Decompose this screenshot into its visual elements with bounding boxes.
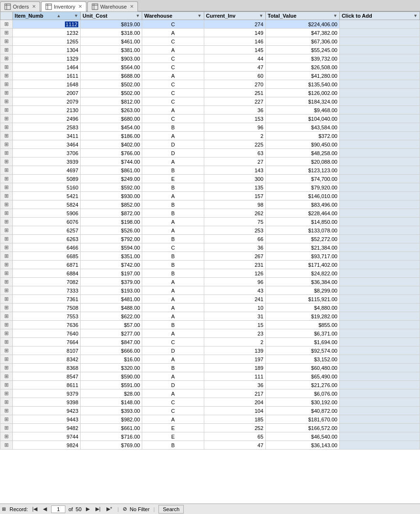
current-inv-cell[interactable]: 274 (204, 20, 265, 29)
current-inv-cell[interactable]: 43 (204, 286, 265, 295)
expand-cell[interactable]: ⊞ (0, 175, 13, 183)
unit-cost-cell[interactable]: $488.00 (81, 304, 142, 312)
table-row[interactable]: ⊞2007$502.00C251$126,002.00 (0, 89, 420, 97)
click-to-add-cell[interactable] (339, 29, 420, 37)
click-to-add-cell[interactable] (339, 183, 420, 192)
current-inv-cell[interactable]: 270 (204, 80, 265, 89)
nav-prev-button[interactable]: ◀ (42, 505, 48, 513)
total-value-cell[interactable]: $24,822.00 (265, 269, 339, 278)
th-item-numb[interactable]: Item_Numb ▲ ▼ (12, 12, 80, 20)
dropdown-icon-warehouse[interactable]: ▼ (198, 13, 202, 18)
item-numb-cell[interactable]: 8547 (12, 372, 80, 381)
expand-cell[interactable]: ⊞ (0, 278, 13, 286)
warehouse-cell[interactable]: E (142, 424, 204, 432)
click-to-add-cell[interactable] (339, 132, 420, 140)
current-inv-cell[interactable]: 36 (204, 381, 265, 389)
unit-cost-cell[interactable]: $57.00 (81, 321, 142, 329)
expand-cell[interactable]: ⊞ (0, 261, 13, 269)
click-to-add-cell[interactable] (339, 175, 420, 183)
table-row[interactable]: ⊞6466$594.00C36$21,384.00 (0, 243, 420, 252)
total-value-cell[interactable]: $171,402.00 (265, 261, 339, 269)
nav-new-button[interactable]: ▶* (105, 505, 114, 513)
item-numb-cell[interactable]: 7664 (12, 338, 80, 346)
click-to-add-cell[interactable] (339, 226, 420, 235)
total-value-cell[interactable]: $166,572.00 (265, 424, 339, 432)
warehouse-cell[interactable]: A (142, 278, 204, 286)
total-value-cell[interactable]: $79,920.00 (265, 183, 339, 192)
unit-cost-cell[interactable]: $393.00 (81, 407, 142, 415)
warehouse-cell[interactable]: D (142, 381, 204, 389)
table-row[interactable]: ⊞7664$847.00C2$1,694.00 (0, 338, 420, 346)
table-row[interactable]: ⊞6884$197.00B126$24,822.00 (0, 269, 420, 278)
expand-cell[interactable]: ⊞ (0, 183, 13, 192)
table-row[interactable]: ⊞9423$393.00C104$40,872.00 (0, 407, 420, 415)
expand-cell[interactable]: ⊞ (0, 97, 13, 106)
current-inv-cell[interactable]: 96 (204, 123, 265, 132)
click-to-add-cell[interactable] (339, 312, 420, 321)
item-numb-cell[interactable]: 6076 (12, 218, 80, 226)
unit-cost-cell[interactable]: $872.00 (81, 209, 142, 218)
unit-cost-cell[interactable]: $402.00 (81, 140, 142, 149)
expand-cell[interactable]: ⊞ (0, 80, 13, 89)
warehouse-cell[interactable]: D (142, 149, 204, 157)
table-row[interactable]: ⊞8611$591.00D36$21,276.00 (0, 381, 420, 389)
item-numb-cell[interactable]: 2079 (12, 97, 80, 106)
expand-cell[interactable]: ⊞ (0, 432, 13, 441)
total-value-cell[interactable]: $228,464.00 (265, 209, 339, 218)
current-inv-cell[interactable]: 31 (204, 312, 265, 321)
unit-cost-cell[interactable]: $930.00 (81, 192, 142, 200)
expand-cell[interactable]: ⊞ (0, 226, 13, 235)
warehouse-cell[interactable]: C (142, 54, 204, 63)
total-value-cell[interactable]: $26,508.00 (265, 63, 339, 72)
table-row[interactable]: ⊞3411$186.00A2$372.00 (0, 132, 420, 140)
click-to-add-cell[interactable] (339, 20, 420, 29)
item-numb-cell[interactable]: 7333 (12, 286, 80, 295)
table-row[interactable]: ⊞6263$792.00B66$52,272.00 (0, 235, 420, 243)
th-warehouse[interactable]: Warehouse ▼ (142, 12, 204, 20)
total-value-cell[interactable]: $65,490.00 (265, 372, 339, 381)
warehouse-cell[interactable]: A (142, 329, 204, 338)
current-inv-cell[interactable]: 251 (204, 89, 265, 97)
warehouse-cell[interactable]: B (142, 364, 204, 372)
warehouse-cell[interactable]: A (142, 157, 204, 166)
item-numb-cell[interactable]: 9744 (12, 432, 80, 441)
item-numb-cell[interactable]: 3939 (12, 157, 80, 166)
unit-cost-cell[interactable]: $263.00 (81, 106, 142, 115)
expand-cell[interactable]: ⊞ (0, 321, 13, 329)
unit-cost-cell[interactable]: $277.00 (81, 329, 142, 338)
unit-cost-cell[interactable]: $379.00 (81, 278, 142, 286)
expand-cell[interactable]: ⊞ (0, 441, 13, 450)
unit-cost-cell[interactable]: $769.00 (81, 441, 142, 450)
click-to-add-cell[interactable] (339, 243, 420, 252)
item-numb-cell[interactable]: 8368 (12, 364, 80, 372)
tab-warehouse[interactable]: Warehouse ✕ (87, 1, 138, 11)
expand-cell[interactable]: ⊞ (0, 338, 13, 346)
warehouse-cell[interactable]: B (142, 209, 204, 218)
expand-cell[interactable]: ⊞ (0, 389, 13, 398)
tab-inventory-close[interactable]: ✕ (78, 4, 82, 9)
expand-cell[interactable]: ⊞ (0, 355, 13, 364)
click-to-add-cell[interactable] (339, 381, 420, 389)
click-to-add-cell[interactable] (339, 140, 420, 149)
click-to-add-cell[interactable] (339, 166, 420, 175)
unit-cost-cell[interactable]: $661.00 (81, 424, 142, 432)
table-row[interactable]: ⊞8107$666.00D139$92,574.00 (0, 346, 420, 355)
th-current-inv[interactable]: Current_Inv ▼ (204, 12, 265, 20)
warehouse-cell[interactable]: A (142, 389, 204, 398)
current-inv-cell[interactable]: 66 (204, 235, 265, 243)
warehouse-cell[interactable]: B (142, 261, 204, 269)
expand-cell[interactable]: ⊞ (0, 192, 13, 200)
current-inv-cell[interactable]: 252 (204, 424, 265, 432)
table-row[interactable]: ⊞5160$592.00B135$79,920.00 (0, 183, 420, 192)
current-inv-cell[interactable]: 231 (204, 261, 265, 269)
current-inv-cell[interactable]: 10 (204, 304, 265, 312)
total-value-cell[interactable]: $36,384.00 (265, 278, 339, 286)
warehouse-cell[interactable]: C (142, 407, 204, 415)
total-value-cell[interactable]: $146,010.00 (265, 192, 339, 200)
item-numb-cell[interactable]: 1265 (12, 37, 80, 46)
unit-cost-cell[interactable]: $197.00 (81, 269, 142, 278)
th-click-to-add[interactable]: Click to Add ▼ (339, 12, 420, 20)
item-numb-cell[interactable]: 4697 (12, 166, 80, 175)
unit-cost-cell[interactable]: $454.00 (81, 123, 142, 132)
item-numb-cell[interactable]: 9443 (12, 415, 80, 424)
